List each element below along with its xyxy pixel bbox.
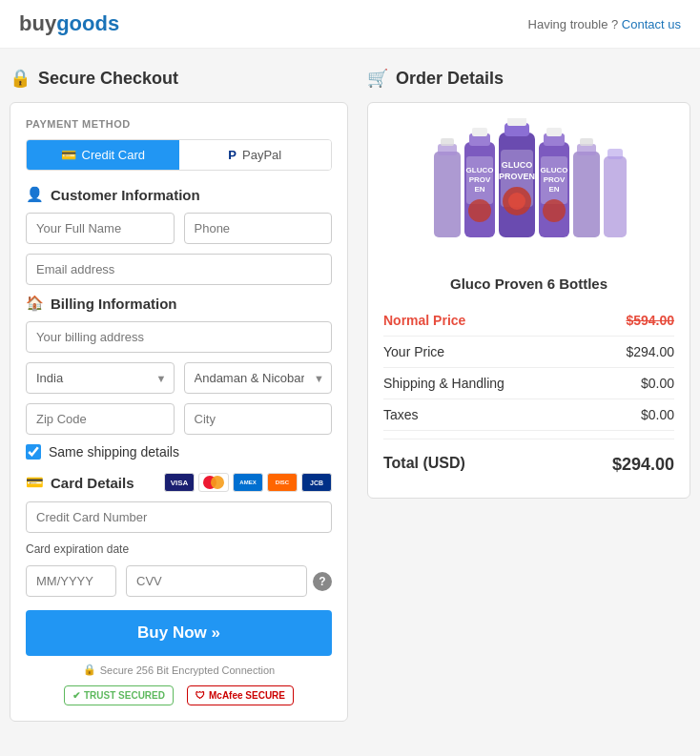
normal-price-row: Normal Price $594.00 [383, 305, 674, 337]
svg-text:GLUCO: GLUCO [501, 160, 532, 170]
svg-point-20 [508, 193, 525, 210]
checkout-title: 🔒 Secure Checkout [10, 68, 348, 89]
shipping-value: $0.00 [641, 376, 674, 391]
same-shipping-row: Same shipping details [26, 444, 332, 460]
svg-rect-32 [604, 156, 627, 237]
same-shipping-label: Same shipping details [49, 444, 179, 460]
cvv-help-icon[interactable]: ? [313, 572, 332, 591]
expiry-cvv-row: ? [26, 565, 332, 597]
checkout-card: PAYMENT METHOD 💳 Credit Card P PayPal 👤 … [10, 102, 348, 722]
svg-text:PROV: PROV [543, 175, 565, 184]
normal-price-label: Normal Price [383, 313, 465, 328]
same-shipping-checkbox[interactable] [26, 444, 41, 460]
card-icon: 💳 [26, 474, 44, 491]
svg-rect-7 [472, 128, 487, 136]
taxes-label: Taxes [383, 407, 419, 422]
person-icon: 👤 [26, 186, 44, 203]
logo-goods: goods [56, 11, 119, 35]
full-name-input[interactable] [26, 213, 175, 244]
cart-icon: 🛒 [367, 68, 388, 89]
your-price-value: $294.00 [626, 344, 674, 359]
credit-card-icon: 💳 [61, 148, 76, 162]
trust-badges: ✔ TRUST SECURED 🛡 McAfee SECURE [26, 685, 332, 705]
header-trouble: Having trouble ? Contact us [528, 17, 681, 31]
email-input[interactable] [26, 254, 332, 285]
lock-icon: 🔒 [10, 68, 31, 89]
expiry-input[interactable] [26, 565, 116, 597]
amex-icon: AMEX [233, 473, 263, 492]
expiry-label: Card expiration date ? [26, 542, 332, 597]
buy-now-button[interactable]: Buy Now » [26, 610, 332, 656]
address-icon: 🏠 [26, 295, 44, 312]
paypal-tab-label: PayPal [242, 148, 281, 162]
your-price-row: Your Price $294.00 [383, 337, 674, 368]
state-wrapper: Andaman & Nicobar ▼ [184, 362, 333, 394]
card-number-input[interactable] [26, 501, 332, 533]
phone-input[interactable] [184, 213, 333, 244]
lock-small-icon: 🔒 [83, 664, 96, 676]
billing-section-title: 🏠 Billing Information [26, 295, 332, 312]
name-phone-row [26, 213, 332, 244]
country-select[interactable]: India [26, 362, 175, 394]
city-input[interactable] [184, 403, 333, 435]
taxes-value: $0.00 [641, 407, 674, 422]
product-name: Gluco Proven 6 Bottles [383, 276, 674, 292]
svg-rect-23 [546, 128, 562, 136]
product-image: GLUCO PROV EN GLUCO PROVEN [424, 118, 634, 261]
shipping-label: Shipping & Handling [383, 376, 504, 391]
discover-icon: DISC [267, 473, 298, 492]
header: buygoods Having trouble ? Contact us [0, 0, 700, 49]
state-select[interactable]: Andaman & Nicobar [184, 362, 333, 394]
svg-point-12 [468, 199, 491, 222]
contact-link[interactable]: Contact us [622, 17, 681, 31]
jcb-icon: JCB [301, 473, 332, 492]
product-image-area: GLUCO PROV EN GLUCO PROVEN [383, 118, 674, 264]
email-row [26, 254, 332, 285]
tab-credit-card[interactable]: 💳 Credit Card [27, 140, 179, 170]
svg-rect-2 [434, 152, 461, 237]
svg-point-1 [211, 476, 224, 489]
total-label: Total (USD) [383, 455, 465, 475]
left-panel: 🔒 Secure Checkout PAYMENT METHOD 💳 Credi… [10, 68, 348, 722]
card-icons: VISA AMEX DISC JCB [164, 473, 332, 492]
main-container: 🔒 Secure Checkout PAYMENT METHOD 💳 Credi… [0, 49, 700, 741]
order-card: GLUCO PROV EN GLUCO PROVEN [367, 102, 690, 499]
card-details-header: 💳 Card Details VISA AMEX DISC JCB [26, 473, 332, 492]
svg-point-28 [543, 199, 566, 222]
total-value: $294.00 [612, 455, 674, 475]
total-row: Total (USD) $294.00 [383, 447, 674, 482]
card-number-row [26, 501, 332, 533]
billing-address-row [26, 321, 332, 353]
trouble-text: Having trouble ? [528, 17, 619, 31]
svg-text:GLUCO: GLUCO [465, 166, 493, 174]
tab-paypal[interactable]: P PayPal [179, 140, 332, 170]
billing-address-input[interactable] [26, 321, 332, 353]
card-section-title: 💳 Card Details [26, 474, 134, 491]
cvv-wrapper: ? [126, 565, 332, 597]
order-title: 🛒 Order Details [367, 68, 690, 89]
payment-tabs: 💳 Credit Card P PayPal [26, 139, 332, 171]
zip-input[interactable] [26, 403, 175, 435]
payment-method-label: PAYMENT METHOD [26, 118, 332, 130]
svg-rect-33 [607, 149, 623, 159]
logo-buy: buy [19, 11, 56, 35]
customer-section-title: 👤 Customer Information [26, 186, 332, 203]
svg-text:PROV: PROV [468, 175, 490, 184]
svg-rect-29 [573, 152, 600, 237]
paypal-icon: P [228, 148, 237, 162]
zip-city-row [26, 403, 332, 435]
svg-text:PROVEN: PROVEN [498, 172, 534, 181]
shipping-row: Shipping & Handling $0.00 [383, 368, 674, 399]
country-wrapper: India ▼ [26, 362, 175, 394]
country-state-row: India ▼ Andaman & Nicobar ▼ [26, 362, 332, 394]
svg-text:EN: EN [548, 185, 559, 194]
visa-icon: VISA [164, 473, 195, 492]
svg-rect-4 [441, 138, 454, 146]
normal-price-value: $594.00 [626, 313, 674, 328]
your-price-label: Your Price [383, 344, 444, 359]
mcafee-icon: 🛡 [196, 690, 205, 701]
mastercard-icon [198, 473, 229, 492]
cvv-input[interactable] [126, 565, 307, 597]
mcafee-badge: 🛡 McAfee SECURE [187, 685, 294, 705]
trust-secured-badge: ✔ TRUST SECURED [64, 685, 174, 705]
